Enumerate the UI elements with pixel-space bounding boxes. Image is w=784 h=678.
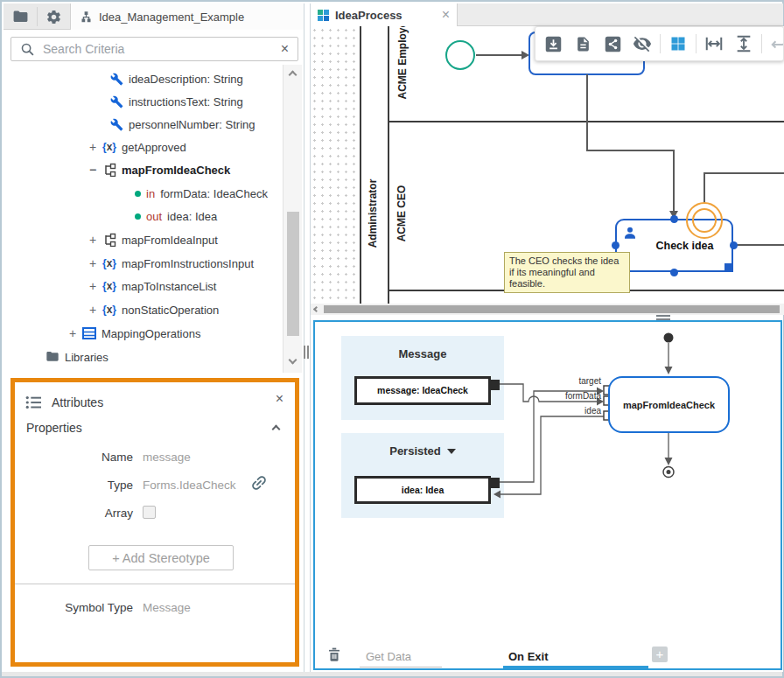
toolbar-separator: [761, 34, 762, 53]
expand-icon[interactable]: +: [88, 140, 97, 154]
tree-item-label: ideaDescription: String: [129, 73, 243, 86]
boundary-event-inner-ring: [692, 208, 717, 233]
document-button[interactable]: [570, 31, 595, 56]
properties-section-title: Properties: [26, 421, 82, 435]
annotation-note[interactable]: The CEO checks the idea if its meaningfu…: [504, 252, 630, 293]
tree-item-label: instructionsText: String: [129, 95, 243, 108]
expand-icon[interactable]: +: [88, 233, 97, 247]
resize-handle[interactable]: [670, 269, 678, 276]
resize-handle[interactable]: [612, 241, 620, 249]
tab-ideaprocess[interactable]: IdeaProcess ×: [311, 3, 458, 26]
scroll-down-icon[interactable]: [289, 356, 298, 365]
download-button[interactable]: [541, 31, 565, 56]
add-stereotype-button[interactable]: + Add Stereotype: [88, 545, 234, 570]
type-value[interactable]: Forms.IdeaCheck: [143, 479, 236, 492]
bpmn-canvas[interactable]: Administrator ACME Employee ACME CEO: [311, 26, 784, 304]
tree-item-mapToInstanceList[interactable]: + {x} mapToInstanceList: [88, 278, 216, 294]
lane-border: [388, 26, 389, 304]
trash-icon[interactable]: [326, 647, 342, 663]
project-tab[interactable]: Idea_Management_Example: [70, 3, 304, 30]
folder-button[interactable]: [7, 7, 33, 26]
panel-splitter[interactable]: [307, 346, 309, 359]
expand-icon[interactable]: +: [88, 256, 97, 270]
operation-icon: {x}: [102, 304, 116, 316]
floating-toolbar: [535, 26, 784, 61]
sequence-flow[interactable]: [673, 150, 675, 212]
message-flow[interactable]: [704, 172, 705, 204]
resize-handle[interactable]: [730, 241, 738, 249]
canvas-hscrollbar[interactable]: [311, 304, 784, 315]
tree-item-idea-out[interactable]: out idea: Idea: [135, 208, 217, 224]
tree-item-getApproved[interactable]: + {x} getApproved: [88, 139, 186, 155]
scroll-left-icon[interactable]: [313, 306, 319, 312]
tree-item-instructionsText[interactable]: instructionsText: String: [110, 94, 243, 109]
mapping-box-message[interactable]: message: IdeaCheck: [354, 376, 491, 405]
diagram-tab-bar: IdeaProcess ×: [311, 3, 783, 26]
toolbar-separator: [660, 34, 661, 53]
grid-layout-button[interactable]: [666, 31, 690, 56]
pool-border: [360, 26, 361, 304]
scrollbar-thumb[interactable]: [324, 305, 780, 313]
message-flow[interactable]: [704, 172, 784, 174]
grid-icon: [669, 35, 687, 52]
search-input[interactable]: [43, 42, 272, 56]
tree-item-personnelNumber[interactable]: personnelNumber: String: [110, 116, 256, 132]
active-tab-underline: [503, 666, 648, 668]
search-clear-icon[interactable]: ×: [281, 43, 289, 55]
collapse-icon[interactable]: −: [88, 163, 97, 177]
group-title: Persisted: [389, 444, 441, 458]
box-port[interactable]: [489, 478, 500, 488]
array-checkbox[interactable]: [143, 506, 156, 519]
tree-item-label: mapFromIdeaCheck: [122, 164, 230, 177]
expand-icon[interactable]: +: [88, 279, 97, 293]
tab-get-data[interactable]: Get Data: [366, 650, 411, 663]
add-tab-button[interactable]: +: [652, 647, 668, 662]
link-icon[interactable]: [245, 469, 272, 496]
app-window: Idea_Management_Example × ideaDescriptio…: [0, 0, 784, 678]
undo-icon: [770, 34, 784, 53]
hide-elements-button[interactable]: [630, 31, 654, 56]
share-button[interactable]: [600, 31, 625, 56]
sequence-flow[interactable]: [586, 74, 588, 150]
tree-item-Libraries[interactable]: Libraries: [46, 349, 108, 365]
sequence-flow[interactable]: [586, 150, 675, 151]
tree-item-label: mapToInstanceList: [122, 280, 216, 293]
tree-item-mapFromIdeaCheck[interactable]: − mapFromIdeaCheck: [88, 162, 230, 178]
tree-item-MappingOperations[interactable]: + MappingOperations: [68, 325, 200, 341]
start-event[interactable]: [445, 40, 475, 70]
mapping-editor: Message Persisted: [313, 320, 782, 670]
name-value[interactable]: message: [143, 451, 191, 464]
tree-item-mapFromIdeaInput[interactable]: + mapFromIdeaInput: [88, 232, 218, 248]
scrollbar-thumb[interactable]: [287, 212, 299, 336]
undo-button[interactable]: [767, 31, 784, 56]
resize-handle-corner[interactable]: [724, 263, 733, 272]
operation-icon: {x}: [102, 257, 116, 269]
tree-item-formData[interactable]: in formData: IdeaCheck: [135, 185, 268, 201]
settings-button[interactable]: [40, 7, 66, 26]
collapse-section-icon[interactable]: [272, 425, 281, 434]
close-tab-icon[interactable]: ×: [442, 9, 450, 21]
tree-item-nonStaticOperation[interactable]: + {x} nonStaticOperation: [88, 302, 219, 318]
sequence-flow[interactable]: [476, 54, 522, 56]
close-icon[interactable]: ×: [276, 393, 284, 405]
panel-splitter[interactable]: [304, 346, 305, 359]
tree-scrollbar[interactable]: [283, 65, 302, 373]
dropdown-caret-icon[interactable]: [447, 449, 456, 454]
tree-item-label: mapFromIdeaInput: [122, 234, 218, 247]
scroll-up-icon[interactable]: [289, 71, 298, 80]
expand-icon[interactable]: +: [88, 303, 97, 317]
box-port[interactable]: [489, 380, 500, 390]
mapping-box-idea[interactable]: idea: Idea: [354, 476, 491, 504]
fit-width-button[interactable]: [702, 31, 726, 56]
tree-item-ideaDescription[interactable]: ideaDescription: String: [110, 71, 243, 87]
resize-handle[interactable]: [670, 215, 678, 223]
symbol-type-value: Message: [143, 601, 191, 614]
sequence-flow[interactable]: [734, 244, 784, 246]
boundary-event[interactable]: [686, 202, 723, 239]
fit-height-button[interactable]: [732, 31, 756, 56]
attributes-list-icon: [25, 395, 41, 410]
mapping-node[interactable]: mapFromIdeaCheck: [608, 376, 730, 433]
tree-item-mapFromInstructionsInput[interactable]: + {x} mapFromInstructionsInput: [88, 255, 254, 271]
tab-on-exit[interactable]: On Exit: [508, 650, 549, 663]
expand-icon[interactable]: +: [68, 326, 77, 340]
